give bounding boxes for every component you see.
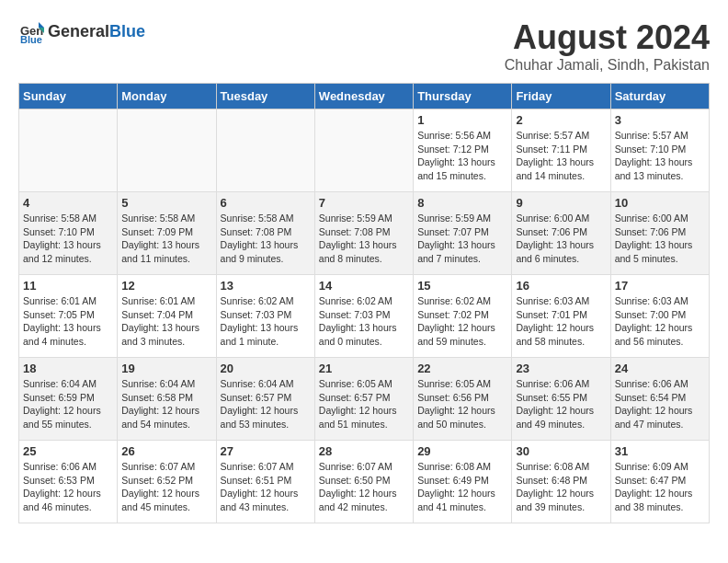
cell-content: Sunrise: 5:58 AM Sunset: 7:10 PM Dayligh…	[23, 212, 113, 266]
cell-content: Sunrise: 5:56 AM Sunset: 7:12 PM Dayligh…	[417, 129, 507, 183]
day-number: 19	[121, 362, 211, 375]
cell-content: Sunrise: 6:00 AM Sunset: 7:06 PM Dayligh…	[516, 212, 606, 266]
calendar-cell: 8Sunrise: 5:59 AM Sunset: 7:07 PM Daylig…	[414, 192, 512, 275]
calendar-cell: 26Sunrise: 6:07 AM Sunset: 6:52 PM Dayli…	[118, 441, 216, 523]
day-number: 12	[121, 279, 211, 293]
day-number: 26	[121, 444, 211, 458]
day-number: 3	[615, 113, 705, 127]
calendar-cell: 6Sunrise: 5:58 AM Sunset: 7:08 PM Daylig…	[216, 192, 314, 275]
logo-blue: Blue	[109, 22, 145, 40]
day-number: 20	[221, 362, 311, 375]
calendar-week-5: 25Sunrise: 6:06 AM Sunset: 6:53 PM Dayli…	[19, 441, 710, 523]
day-number: 25	[23, 444, 113, 458]
calendar-cell: 5Sunrise: 5:58 AM Sunset: 7:09 PM Daylig…	[118, 192, 216, 275]
day-number: 4	[23, 196, 113, 210]
day-number: 10	[615, 196, 705, 210]
day-number: 17	[615, 279, 705, 293]
cell-content: Sunrise: 6:07 AM Sunset: 6:52 PM Dayligh…	[121, 460, 211, 514]
day-number: 21	[319, 362, 409, 375]
calendar-cell: 7Sunrise: 5:59 AM Sunset: 7:08 PM Daylig…	[314, 192, 413, 275]
calendar-cell: 20Sunrise: 6:04 AM Sunset: 6:57 PM Dayli…	[216, 358, 314, 441]
calendar-cell: 3Sunrise: 5:57 AM Sunset: 7:10 PM Daylig…	[610, 109, 709, 192]
calendar-cell	[118, 109, 216, 192]
svg-text:Blue: Blue	[20, 34, 42, 44]
day-number: 29	[417, 444, 507, 458]
page-header: Gen Blue GeneralBlue August 2024 Chuhar …	[18, 18, 710, 74]
calendar-cell: 28Sunrise: 6:07 AM Sunset: 6:50 PM Dayli…	[314, 441, 413, 523]
cell-content: Sunrise: 5:58 AM Sunset: 7:08 PM Dayligh…	[221, 212, 311, 266]
cell-content: Sunrise: 5:57 AM Sunset: 7:10 PM Dayligh…	[615, 129, 705, 183]
calendar-cell: 4Sunrise: 5:58 AM Sunset: 7:10 PM Daylig…	[19, 192, 118, 275]
calendar-week-2: 4Sunrise: 5:58 AM Sunset: 7:10 PM Daylig…	[19, 192, 710, 275]
day-number: 2	[516, 113, 606, 127]
calendar-cell: 9Sunrise: 6:00 AM Sunset: 7:06 PM Daylig…	[512, 192, 610, 275]
calendar-cell: 23Sunrise: 6:06 AM Sunset: 6:55 PM Dayli…	[512, 358, 610, 441]
day-number: 16	[516, 279, 606, 293]
cell-content: Sunrise: 6:03 AM Sunset: 7:01 PM Dayligh…	[516, 294, 606, 349]
cell-content: Sunrise: 5:59 AM Sunset: 7:08 PM Dayligh…	[319, 212, 409, 266]
logo: Gen Blue GeneralBlue	[18, 18, 145, 44]
calendar-week-1: 1Sunrise: 5:56 AM Sunset: 7:12 PM Daylig…	[19, 109, 710, 192]
cell-content: Sunrise: 6:05 AM Sunset: 6:57 PM Dayligh…	[319, 377, 409, 431]
cell-content: Sunrise: 6:04 AM Sunset: 6:57 PM Dayligh…	[221, 377, 311, 431]
logo-icon: Gen Blue	[18, 18, 44, 44]
calendar-cell: 29Sunrise: 6:08 AM Sunset: 6:49 PM Dayli…	[414, 441, 512, 523]
cell-content: Sunrise: 5:58 AM Sunset: 7:09 PM Dayligh…	[121, 212, 211, 266]
title-block: August 2024 Chuhar Jamali, Sindh, Pakist…	[505, 18, 710, 74]
calendar-cell	[314, 109, 413, 192]
cell-content: Sunrise: 6:08 AM Sunset: 6:49 PM Dayligh…	[417, 460, 507, 514]
cell-content: Sunrise: 5:57 AM Sunset: 7:11 PM Dayligh…	[516, 129, 606, 183]
calendar-cell: 10Sunrise: 6:00 AM Sunset: 7:06 PM Dayli…	[610, 192, 709, 275]
cell-content: Sunrise: 5:59 AM Sunset: 7:07 PM Dayligh…	[417, 212, 507, 266]
cell-content: Sunrise: 6:06 AM Sunset: 6:53 PM Dayligh…	[23, 460, 113, 514]
calendar-cell	[19, 109, 118, 192]
day-number: 23	[516, 362, 606, 375]
day-number: 27	[221, 444, 311, 458]
weekday-header-saturday: Saturday	[610, 84, 709, 109]
weekday-header-monday: Monday	[118, 84, 216, 109]
calendar-cell: 27Sunrise: 6:07 AM Sunset: 6:51 PM Dayli…	[216, 441, 314, 523]
calendar-week-3: 11Sunrise: 6:01 AM Sunset: 7:05 PM Dayli…	[19, 275, 710, 358]
cell-content: Sunrise: 6:01 AM Sunset: 7:05 PM Dayligh…	[23, 294, 113, 349]
day-number: 22	[417, 362, 507, 375]
day-number: 24	[615, 362, 705, 375]
weekday-header-thursday: Thursday	[414, 84, 512, 109]
day-number: 9	[516, 196, 606, 210]
cell-content: Sunrise: 6:01 AM Sunset: 7:04 PM Dayligh…	[121, 294, 211, 349]
calendar-table: SundayMondayTuesdayWednesdayThursdayFrid…	[18, 83, 710, 523]
day-number: 13	[221, 279, 311, 293]
cell-content: Sunrise: 6:08 AM Sunset: 6:48 PM Dayligh…	[516, 460, 606, 514]
calendar-cell: 31Sunrise: 6:09 AM Sunset: 6:47 PM Dayli…	[610, 441, 709, 523]
day-number: 8	[417, 196, 507, 210]
calendar-cell: 22Sunrise: 6:05 AM Sunset: 6:56 PM Dayli…	[414, 358, 512, 441]
cell-content: Sunrise: 6:06 AM Sunset: 6:55 PM Dayligh…	[516, 377, 606, 431]
cell-content: Sunrise: 6:05 AM Sunset: 6:56 PM Dayligh…	[417, 377, 507, 431]
cell-content: Sunrise: 6:07 AM Sunset: 6:51 PM Dayligh…	[221, 460, 311, 514]
cell-content: Sunrise: 6:02 AM Sunset: 7:03 PM Dayligh…	[319, 294, 409, 349]
weekday-header-wednesday: Wednesday	[314, 84, 413, 109]
calendar-week-4: 18Sunrise: 6:04 AM Sunset: 6:59 PM Dayli…	[19, 358, 710, 441]
calendar-cell: 14Sunrise: 6:02 AM Sunset: 7:03 PM Dayli…	[314, 275, 413, 358]
calendar-cell: 2Sunrise: 5:57 AM Sunset: 7:11 PM Daylig…	[512, 109, 610, 192]
day-number: 14	[319, 279, 409, 293]
cell-content: Sunrise: 6:06 AM Sunset: 6:54 PM Dayligh…	[615, 377, 705, 431]
day-number: 5	[121, 196, 211, 210]
cell-content: Sunrise: 6:04 AM Sunset: 6:59 PM Dayligh…	[23, 377, 113, 431]
day-number: 11	[23, 279, 113, 293]
cell-content: Sunrise: 6:00 AM Sunset: 7:06 PM Dayligh…	[615, 212, 705, 266]
cell-content: Sunrise: 6:02 AM Sunset: 7:02 PM Dayligh…	[417, 294, 507, 349]
day-number: 30	[516, 444, 606, 458]
weekday-header-sunday: Sunday	[19, 84, 118, 109]
weekday-header-friday: Friday	[512, 84, 610, 109]
calendar-cell: 19Sunrise: 6:04 AM Sunset: 6:58 PM Dayli…	[118, 358, 216, 441]
cell-content: Sunrise: 6:04 AM Sunset: 6:58 PM Dayligh…	[121, 377, 211, 431]
main-title: August 2024	[505, 18, 710, 57]
calendar-cell: 17Sunrise: 6:03 AM Sunset: 7:00 PM Dayli…	[610, 275, 709, 358]
weekday-header-tuesday: Tuesday	[216, 84, 314, 109]
day-number: 1	[417, 113, 507, 127]
calendar-cell: 12Sunrise: 6:01 AM Sunset: 7:04 PM Dayli…	[118, 275, 216, 358]
day-number: 18	[23, 362, 113, 375]
subtitle: Chuhar Jamali, Sindh, Pakistan	[505, 57, 710, 74]
day-number: 28	[319, 444, 409, 458]
calendar-cell: 15Sunrise: 6:02 AM Sunset: 7:02 PM Dayli…	[414, 275, 512, 358]
